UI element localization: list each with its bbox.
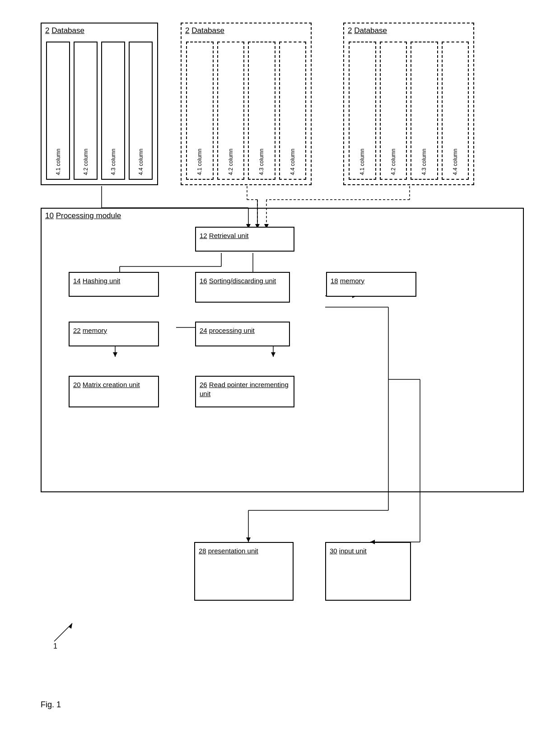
col-box: 4.3 column [101, 42, 125, 180]
database-solid: 2 Database 4.1 column 4.2 column 4.3 col… [41, 23, 158, 185]
col-label: 4.1 column [196, 149, 203, 175]
db1-label: 2 Database [45, 26, 84, 35]
processing-module: 10 Processing module 12 Retrieval unit 1… [41, 208, 524, 492]
diagram-container: 2 Database 4.1 column 4.2 column 4.3 col… [27, 14, 542, 718]
memory22-box: 22 memory [69, 322, 159, 346]
col-box: 4.3 column [411, 42, 438, 180]
presentation28-box: 28 presentation unit [194, 542, 294, 601]
col-box: 4.1 column [186, 42, 214, 180]
col-label: 4.4 column [289, 149, 296, 175]
col-label: 4.2 column [228, 149, 234, 175]
col-box: 4.3 column [248, 42, 275, 180]
retrieval-unit-box: 12 Retrieval unit [195, 227, 294, 252]
svg-marker-32 [246, 537, 251, 542]
col-box: 4.4 column [442, 42, 469, 180]
processing24-box: 24 processing unit [195, 322, 290, 346]
col-box: 4.2 column [74, 42, 98, 180]
memory18-label: 18 memory [331, 276, 364, 285]
col-label: 4.4 column [138, 149, 144, 175]
database-dashed-2: 2 Database 4.1 column 4.2 column 4.3 col… [343, 23, 474, 185]
reference-number: 1 [53, 642, 57, 650]
col-label: 4.3 column [421, 149, 427, 175]
db1-columns: 4.1 column 4.2 column 4.3 column 4.4 col… [46, 42, 153, 180]
memory22-label: 22 memory [73, 326, 107, 335]
db3-columns: 4.1 column 4.2 column 4.3 column 4.4 col… [349, 42, 469, 180]
col-box: 4.4 column [279, 42, 307, 180]
col-label: 4.4 column [452, 149, 458, 175]
col-label: 4.3 column [258, 149, 265, 175]
figure-label: Fig. 1 [41, 700, 61, 709]
db2-label: 2 Database [185, 26, 224, 35]
retrieval-unit-label: 12 Retrieval unit [200, 231, 248, 240]
col-box: 4.4 column [129, 42, 153, 180]
processing24-label: 24 processing unit [200, 326, 255, 335]
col-box: 4.2 column [380, 42, 407, 180]
reference-marker: 1 [50, 619, 77, 648]
col-label: 4.3 column [110, 149, 117, 175]
readpointer26-label: 26 Read pointer incrementing unit [200, 380, 294, 398]
presentation28-label: 28 presentation unit [199, 546, 258, 556]
sorting-unit-box: 16 Sorting/discarding unit [195, 272, 290, 303]
matrix20-box: 20 Matrix creation unit [69, 376, 159, 407]
database-dashed-1: 2 Database 4.1 column 4.2 column 4.3 col… [181, 23, 312, 185]
col-box: 4.1 column [349, 42, 376, 180]
hashing-unit-box: 14 Hashing unit [69, 272, 159, 297]
input30-label: 30 input unit [330, 546, 367, 556]
col-box: 4.1 column [46, 42, 70, 180]
col-label: 4.1 column [55, 149, 61, 175]
db2-columns: 4.1 column 4.2 column 4.3 column 4.4 col… [186, 42, 306, 180]
db3-label: 2 Database [348, 26, 387, 35]
col-box: 4.2 column [217, 42, 245, 180]
reference-arrow-svg [50, 619, 77, 646]
matrix20-label: 20 Matrix creation unit [73, 380, 140, 389]
col-label: 4.1 column [359, 149, 365, 175]
input30-box: 30 input unit [325, 542, 411, 601]
hashing-unit-label: 14 Hashing unit [73, 276, 120, 285]
col-label: 4.2 column [390, 149, 397, 175]
processing-module-label: 10 Processing module [45, 211, 121, 220]
memory18-box: 18 memory [326, 272, 416, 297]
col-label: 4.2 column [83, 149, 89, 175]
sorting-unit-label: 16 Sorting/discarding unit [200, 276, 276, 285]
readpointer26-box: 26 Read pointer incrementing unit [195, 376, 294, 407]
